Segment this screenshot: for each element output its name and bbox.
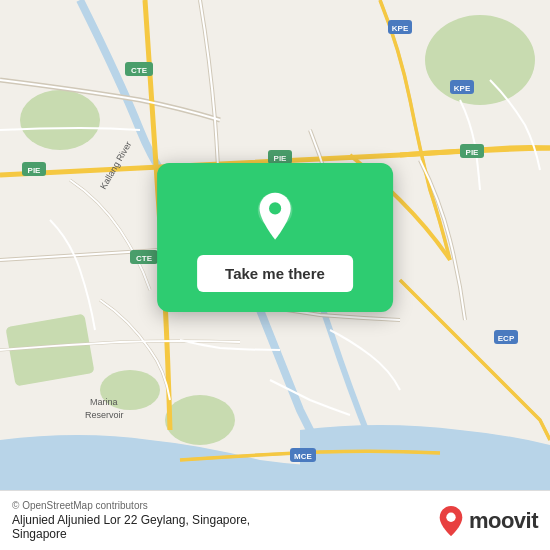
svg-text:CTE: CTE (131, 66, 148, 75)
svg-point-29 (446, 512, 455, 521)
svg-text:PIE: PIE (466, 148, 480, 157)
bottom-left-info: © OpenStreetMap contributors Aljunied Al… (12, 500, 250, 541)
svg-text:Reservoir: Reservoir (85, 410, 124, 420)
map-container: Geylang River Kallang River Marina Reser… (0, 0, 550, 490)
svg-rect-2 (5, 314, 94, 387)
svg-text:PIE: PIE (28, 166, 42, 175)
svg-text:CTE: CTE (136, 254, 153, 263)
svg-text:MCE: MCE (294, 452, 312, 461)
moovit-logo: moovit (437, 505, 538, 537)
svg-point-28 (269, 202, 281, 214)
svg-point-0 (425, 15, 535, 105)
moovit-pin-icon (437, 505, 465, 537)
moovit-brand-name: moovit (469, 508, 538, 534)
location-text: Aljunied Aljunied Lor 22 Geylang, Singap… (12, 513, 250, 541)
svg-text:Marina: Marina (90, 397, 118, 407)
svg-point-3 (165, 395, 235, 445)
svg-text:ECP: ECP (498, 334, 515, 343)
action-card: Take me there (157, 163, 393, 312)
svg-point-1 (20, 90, 100, 150)
svg-text:PIE: PIE (274, 154, 288, 163)
bottom-bar: © OpenStreetMap contributors Aljunied Al… (0, 490, 550, 550)
location-pin-icon (249, 191, 301, 243)
copyright-text: © OpenStreetMap contributors (12, 500, 250, 511)
svg-text:KPE: KPE (392, 24, 409, 33)
take-me-there-button[interactable]: Take me there (197, 255, 353, 292)
svg-text:KPE: KPE (454, 84, 471, 93)
svg-text:Kallang River: Kallang River (98, 140, 133, 191)
